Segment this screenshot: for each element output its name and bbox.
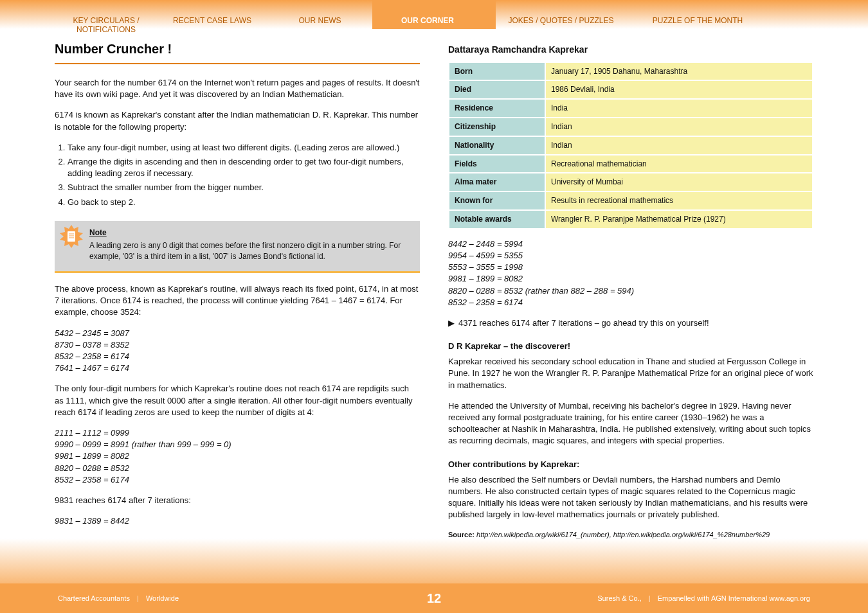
- step2: Arrange the digits in ascending and then…: [68, 156, 420, 179]
- bio-key: Died: [449, 80, 545, 99]
- p6: Kaprekar received his secondary school e…: [448, 356, 813, 391]
- bio-key: Alma mater: [449, 173, 545, 191]
- bio-value: Indian: [545, 136, 813, 155]
- bio-key: Notable awards: [449, 210, 545, 229]
- eq5: 2111 – 1112 = 0999: [55, 427, 420, 439]
- step1: Take any four-digit number, using at lea…: [68, 142, 420, 154]
- tab-circulars: KEY CIRCULARS / NOTIFICATIONS: [55, 16, 158, 34]
- tab-cases: RECENT CASE LAWS: [158, 16, 267, 34]
- tab-bar: KEY CIRCULARS / NOTIFICATIONS RECENT CAS…: [55, 16, 813, 29]
- left-column: Number Cruncher ! Your search for the nu…: [55, 40, 420, 549]
- bio-key: Nationality: [449, 136, 545, 155]
- footer-left2: Worldwide: [146, 594, 179, 602]
- bio-key: Fields: [449, 155, 545, 173]
- step4: Go back to step 2.: [68, 197, 420, 208]
- tab-puzzle: PUZZLE OF THE MONTH: [640, 16, 755, 34]
- note-text: A leading zero is any 0 digit that comes…: [89, 241, 401, 261]
- tab-corner: OUR CORNER: [373, 16, 482, 34]
- bio-key: Residence: [449, 99, 545, 118]
- bio-value: India: [545, 99, 813, 118]
- p2: 6174 is known as Kaprekar's constant aft…: [55, 109, 420, 132]
- table-row: NationalityIndian: [449, 136, 813, 155]
- p1: Your search for the number 6174 on the I…: [55, 77, 420, 100]
- tab-news: OUR NEWS: [267, 16, 373, 34]
- eq17: 8532 – 2358 = 6174: [448, 297, 813, 308]
- bio-value: Wrangler R. P. Paranjpe Mathematical Pri…: [545, 210, 813, 229]
- bio-value: 1986 Devlali, India: [545, 80, 813, 99]
- table-row: FieldsRecreational mathematician: [449, 155, 813, 173]
- eq11: 9831 – 1389 = 8442: [55, 515, 420, 527]
- steps-list: Take any four-digit number, using at lea…: [68, 142, 420, 208]
- bio-table: BornJanuary 17, 1905 Dahanu, Maharashtra…: [448, 62, 813, 229]
- svg-rect-1: [68, 231, 75, 242]
- bio-value: January 17, 1905 Dahanu, Maharashtra: [545, 62, 813, 81]
- note-icon: [59, 224, 84, 249]
- step3: Subtract the smaller number from the big…: [68, 182, 420, 193]
- bio-value: University of Mumbai: [545, 173, 813, 191]
- table-row: BornJanuary 17, 1905 Dahanu, Maharashtra: [449, 62, 813, 81]
- title-rule: [55, 63, 420, 64]
- bio-heading: Dattaraya Ramchandra Kaprekar: [448, 44, 813, 57]
- footer-gradient: [0, 538, 868, 583]
- table-row: Notable awardsWrangler R. P. Paranjpe Ma…: [449, 210, 813, 229]
- eq9: 8532 – 2358 = 6174: [55, 474, 420, 486]
- bio-value: Recreational mathematician: [545, 155, 813, 173]
- p5: 4371 reaches 6174 after 7 iterations – g…: [458, 318, 709, 328]
- right-column: Dattaraya Ramchandra Kaprekar BornJanuar…: [448, 40, 813, 549]
- eq14: 5553 – 3555 = 1998: [448, 262, 813, 273]
- note-box: Note A leading zero is any 0 digit that …: [55, 221, 420, 273]
- table-row: CitizenshipIndian: [449, 118, 813, 136]
- bio-key: Born: [449, 62, 545, 81]
- eq4: 7641 – 1467 = 6174: [55, 362, 420, 374]
- footer-right2: Empanelled with AGN International www.ag…: [658, 594, 810, 602]
- page-number: 12: [427, 591, 441, 606]
- bio-value: Indian: [545, 118, 813, 136]
- eq10: 9831 reaches 6174 after 7 iterations:: [55, 495, 420, 506]
- eq13: 9954 – 4599 = 5355: [448, 250, 813, 262]
- article-title: Number Cruncher !: [55, 40, 420, 58]
- bio-key: Citizenship: [449, 118, 545, 136]
- src-label: Source:: [448, 531, 475, 538]
- p7: He attended the University of Mumbai, re…: [448, 400, 813, 447]
- footer-left1: Chartered Accountants: [58, 594, 130, 602]
- p4: The only four-digit numbers for which Ka…: [55, 383, 420, 418]
- eq8: 8820 – 0288 = 8532: [55, 463, 420, 474]
- sub1: D R Kaprekar – the discoverer!: [448, 341, 813, 352]
- table-row: Died1986 Devlali, India: [449, 80, 813, 99]
- bio-key: Known for: [449, 191, 545, 210]
- eq12: 8442 – 2448 = 5994: [448, 238, 813, 250]
- footer-right1: Suresh & Co.,: [597, 594, 641, 602]
- eq7: 9981 – 1899 = 8082: [55, 450, 420, 462]
- table-row: Known forResults in recreational mathema…: [449, 191, 813, 210]
- play-icon: ▶: [448, 318, 455, 328]
- table-row: Alma materUniversity of Mumbai: [449, 173, 813, 191]
- note-heading: Note: [89, 227, 412, 238]
- eq15: 9981 – 1899 = 8082: [448, 273, 813, 285]
- bio-value: Results in recreational mathematics: [545, 191, 813, 210]
- eq16: 8820 – 0288 = 8532 (rather than 882 – 28…: [448, 285, 813, 297]
- eq2: 8730 – 0378 = 8352: [55, 339, 420, 351]
- sub2: Other contributions by Kaprekar:: [448, 459, 813, 470]
- footer: Chartered Accountants | Worldwide 12 Sur…: [0, 583, 868, 613]
- p3: The above process, known as Kaprekar's r…: [55, 283, 420, 319]
- eq1: 5432 – 2345 = 3087: [55, 328, 420, 339]
- eq6: 9990 – 0999 = 8991 (rather than 999 – 99…: [55, 439, 420, 450]
- src: http://en.wikipedia.org/wiki/6174_(numbe…: [476, 531, 770, 538]
- table-row: ResidenceIndia: [449, 99, 813, 118]
- tab-jokes: JOKES / QUOTES / PUZZLES: [482, 16, 640, 34]
- p8: He also described the Self numbers or De…: [448, 474, 813, 521]
- eq3: 8532 – 2358 = 6174: [55, 351, 420, 362]
